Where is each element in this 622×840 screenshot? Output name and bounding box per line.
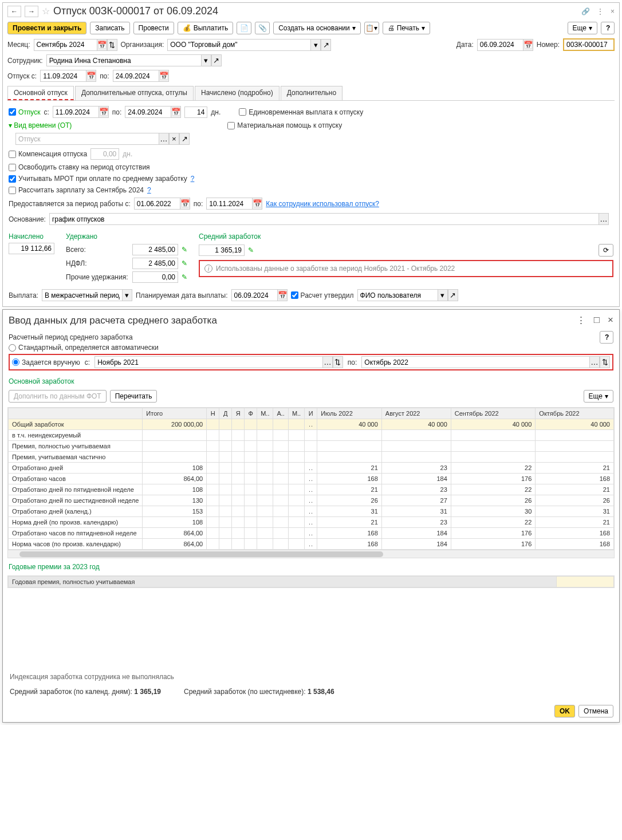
table-row[interactable]: Премия, учитываемая частично: [9, 452, 614, 463]
doc-icon-button[interactable]: 📄: [237, 22, 251, 34]
attach-icon-button[interactable]: 📎: [255, 22, 270, 34]
table-row[interactable]: Премия, полностью учитываемая: [9, 441, 614, 452]
provided-to-cal[interactable]: 📅: [252, 198, 262, 210]
tab-main[interactable]: Основной отпуск: [7, 86, 74, 100]
manual-radio[interactable]: Задается вручную: [12, 358, 80, 366]
org-dropdown[interactable]: ▾: [310, 39, 321, 51]
create-based-button[interactable]: Создать на основании ▾: [273, 22, 361, 34]
plan-date-cal[interactable]: 📅: [277, 289, 288, 301]
table-scrollbar[interactable]: [8, 550, 614, 558]
tab-from-cal[interactable]: 📅: [99, 106, 109, 118]
time-type-toggle[interactable]: ▾ Вид времени (ОТ): [9, 121, 72, 129]
mrot-checkbox[interactable]: Учитывать МРОТ при оплате по среднему за…: [9, 175, 187, 183]
period-from-input[interactable]: [95, 356, 322, 368]
toolbar-extra-button[interactable]: 📋▾: [364, 22, 379, 34]
kebab-icon[interactable]: ⋮: [597, 7, 604, 15]
leave-to-input[interactable]: [113, 70, 159, 82]
dialog-close-icon[interactable]: ×: [608, 314, 613, 326]
provided-to-input[interactable]: [206, 198, 252, 210]
table-row[interactable]: Отработано часов по пятидневной неделе86…: [9, 528, 614, 539]
tab-to-input[interactable]: [125, 106, 171, 118]
save-button[interactable]: Записать: [90, 22, 129, 34]
org-input[interactable]: [167, 39, 310, 51]
time-type-dots[interactable]: …: [159, 133, 169, 145]
link-icon[interactable]: 🔗: [581, 7, 590, 15]
employee-input[interactable]: [46, 54, 201, 66]
tab-from-input[interactable]: [53, 106, 99, 118]
time-type-open[interactable]: ↗: [179, 133, 190, 145]
days-input[interactable]: [184, 107, 207, 118]
compensation-checkbox[interactable]: Компенсация отпуска: [9, 150, 87, 158]
print-button[interactable]: 🖨 Печать ▾: [383, 22, 430, 34]
table-row[interactable]: Норма дней (по произв. календарю)108..21…: [9, 517, 614, 528]
number-input[interactable]: [563, 38, 615, 51]
employee-dropdown[interactable]: ▾: [201, 54, 211, 66]
table-row[interactable]: Общий заработок200 000,00..40 00040 0004…: [9, 419, 614, 430]
employee-open[interactable]: ↗: [211, 54, 222, 66]
lump-checkbox[interactable]: Единовременная выплата к отпуску: [239, 108, 363, 116]
time-type-clear[interactable]: ×: [169, 133, 179, 145]
org-open[interactable]: ↗: [321, 39, 331, 51]
date-input[interactable]: [477, 39, 523, 51]
standard-radio[interactable]: Стандартный, определяется автоматически: [9, 344, 613, 352]
nav-forward[interactable]: →: [25, 6, 38, 17]
month-calendar-icon[interactable]: 📅: [97, 39, 107, 51]
edit-other-icon[interactable]: ✎: [182, 273, 187, 281]
table-row[interactable]: Отработано дней108..21232221: [9, 463, 614, 474]
edit-total-icon[interactable]: ✎: [182, 246, 187, 254]
edit-ndfl-icon[interactable]: ✎: [182, 259, 187, 267]
help-button[interactable]: ?: [601, 22, 615, 34]
leave-from-input[interactable]: [40, 70, 86, 82]
nav-back[interactable]: ←: [7, 6, 21, 17]
leave-checkbox[interactable]: Отпуск: [9, 108, 40, 116]
post-close-button[interactable]: Провести и закрыть: [7, 22, 86, 34]
ok-button[interactable]: OK: [554, 705, 575, 717]
payment-dropdown[interactable]: ▾: [122, 289, 132, 301]
close-icon[interactable]: ×: [611, 7, 615, 15]
month-input[interactable]: [34, 39, 97, 51]
comp-days-input[interactable]: [90, 148, 119, 160]
table-row[interactable]: Отработано часов864,00..168184176168: [9, 474, 614, 484]
leave-from-cal-icon[interactable]: 📅: [86, 70, 96, 82]
refresh-button[interactable]: ⟳: [599, 244, 613, 257]
usage-link[interactable]: Как сотрудник использовал отпуск?: [266, 200, 379, 208]
release-checkbox[interactable]: Освободить ставку на период отсутствия: [9, 163, 150, 171]
table-row[interactable]: Отработано дней по шестидневной неделе13…: [9, 495, 614, 506]
tab-extra[interactable]: Дополнительно: [281, 86, 343, 100]
payment-input[interactable]: [42, 289, 122, 301]
time-type-input[interactable]: [15, 133, 159, 145]
tab-to-cal[interactable]: 📅: [171, 106, 181, 118]
cancel-button[interactable]: Отмена: [578, 705, 613, 717]
plan-date-input[interactable]: [231, 289, 277, 301]
period-to-step[interactable]: ⇅: [600, 356, 610, 368]
approver-open[interactable]: ↗: [448, 289, 458, 301]
table-row[interactable]: Отработано дней (календ.)153..31313031: [9, 506, 614, 517]
approver-dropdown[interactable]: ▾: [438, 289, 448, 301]
period-to-input[interactable]: [361, 356, 589, 368]
reread-button[interactable]: Перечитать: [110, 390, 158, 403]
tab-accrued[interactable]: Начислено (подробно): [195, 86, 279, 100]
tab-additional[interactable]: Дополнительные отпуска, отгулы: [75, 86, 194, 100]
earnings-table[interactable]: Итого Н Д Я Ф М.. А.. М.. И Июль 2022 Ав…: [7, 407, 615, 558]
dialog-more-button[interactable]: Еще ▾: [584, 390, 613, 403]
basis-input[interactable]: [49, 213, 599, 225]
recalc-help[interactable]: ?: [147, 186, 151, 194]
dialog-help-button[interactable]: ?: [600, 331, 613, 344]
table-row[interactable]: в т.ч. неиндексируемый: [9, 430, 614, 441]
more-button[interactable]: Еще ▾: [568, 22, 597, 34]
mrot-help[interactable]: ?: [191, 175, 195, 183]
post-button[interactable]: Провести: [133, 22, 174, 34]
provided-from-input[interactable]: [134, 198, 180, 210]
period-to-dots[interactable]: …: [589, 356, 600, 368]
star-icon[interactable]: ☆: [42, 6, 50, 17]
period-from-dots[interactable]: …: [322, 356, 333, 368]
leave-to-cal-icon[interactable]: 📅: [159, 70, 169, 82]
basis-dots[interactable]: …: [599, 213, 609, 225]
dialog-kebab-icon[interactable]: ⋮: [576, 314, 586, 326]
table-row[interactable]: Норма часов (по произв. календарю)864,00…: [9, 539, 614, 550]
date-calendar-icon[interactable]: 📅: [523, 39, 533, 51]
approver-input[interactable]: [357, 289, 438, 301]
provided-from-cal[interactable]: 📅: [180, 198, 190, 210]
edit-avg-icon[interactable]: ✎: [248, 246, 254, 254]
period-from-step[interactable]: ⇅: [333, 356, 343, 368]
